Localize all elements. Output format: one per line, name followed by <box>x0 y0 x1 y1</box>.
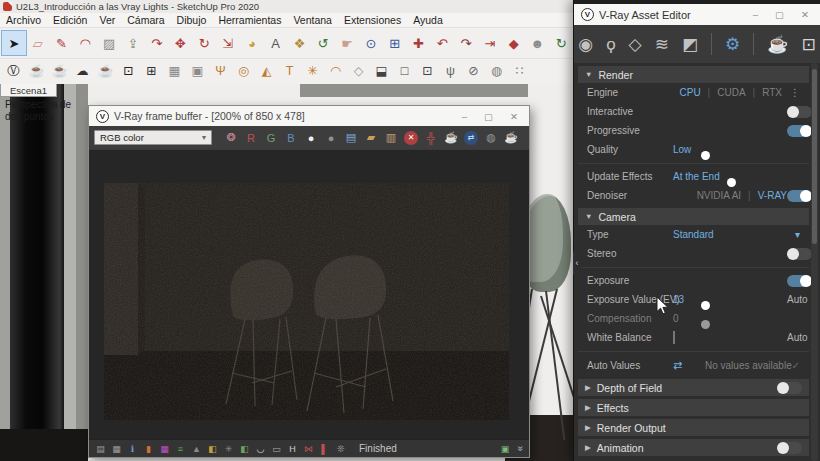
animation-toggle[interactable] <box>777 442 802 454</box>
section-render[interactable]: ▼ Render <box>578 66 809 83</box>
blue-channel-icon[interactable]: B <box>281 129 301 147</box>
vray-scatter-icon[interactable]: ∷ <box>508 61 531 82</box>
maximize-button[interactable]: ▢ <box>775 9 784 20</box>
vray-mesh-light-icon[interactable]: ◇ <box>347 61 370 82</box>
refresh-icon[interactable]: ⇄ <box>673 359 705 372</box>
section-camera[interactable]: ▼ Camera <box>578 208 809 225</box>
vfb-gradient-icon[interactable]: ▮ <box>142 442 155 455</box>
stamp-icon[interactable]: ◍ <box>481 129 501 147</box>
render-teapot-icon[interactable]: ☕ <box>767 36 788 53</box>
next-view-icon[interactable]: ↷ <box>454 31 478 55</box>
vfb-history-icon[interactable]: ▤ <box>94 442 107 455</box>
close-button[interactable]: ✕ <box>801 9 809 20</box>
vfb-info-icon[interactable]: ℹ <box>126 442 139 455</box>
orbit-tool-icon[interactable]: ↺ <box>311 31 335 55</box>
vray-gem-icon[interactable]: ◆ <box>502 31 526 55</box>
menu-ventana[interactable]: Ventana <box>287 14 338 26</box>
maximize-button[interactable]: ▢ <box>484 111 493 122</box>
section-depth-of-field[interactable]: ▶Depth of Field <box>578 379 809 396</box>
panel-collapse-handle[interactable]: ‹ <box>573 250 581 276</box>
zoom-tool-icon[interactable]: ⊙ <box>359 31 383 55</box>
option-v-ray[interactable]: V-RAY <box>758 190 787 201</box>
engine-menu-icon[interactable]: ⋮ <box>790 87 800 98</box>
load-image-icon[interactable]: ▰ <box>361 129 381 147</box>
alpha-channel-icon[interactable]: ● <box>321 129 341 147</box>
vray-proxy-export-icon[interactable]: ⊡ <box>416 61 439 82</box>
vray-infinite-plane-icon[interactable]: ⊘ <box>462 61 485 82</box>
apply-check-icon[interactable]: ✓ <box>792 360 800 371</box>
vray-omni-light-icon[interactable]: ✳ <box>301 61 324 82</box>
vray-batch-render-icon[interactable]: ⊞ <box>140 61 163 82</box>
vray-sphere-light-icon[interactable]: ◎ <box>232 61 255 82</box>
section-effects[interactable]: ▶Effects <box>578 399 809 416</box>
menu-c-mara[interactable]: Cámara <box>121 14 170 26</box>
textures-icon[interactable]: ≋ <box>655 36 669 53</box>
vray-render-cloud-icon[interactable]: ☁ <box>71 61 94 82</box>
vray-dome-light-icon[interactable]: ◠ <box>324 61 347 82</box>
vray-render-interactive-icon[interactable]: ☕ <box>48 61 71 82</box>
rotate-colored-icon[interactable]: ↻ <box>549 31 573 55</box>
scale-tool-icon[interactable]: ⇲ <box>216 31 240 55</box>
type-dropdown[interactable]: ▾ <box>795 229 800 240</box>
text-tool-icon[interactable]: A <box>264 31 288 55</box>
green-channel-icon[interactable]: G <box>261 129 281 147</box>
arc-tool-icon[interactable]: ◠ <box>73 31 97 55</box>
expand-panel-icon[interactable]: » <box>516 446 527 452</box>
vfb-levels-icon[interactable]: ≡ <box>174 442 187 455</box>
vray-frame-buffer-button-icon[interactable]: ⊡ <box>117 61 140 82</box>
rgb-channels-icon[interactable]: ❂ <box>221 129 241 147</box>
region-render-icon[interactable]: ╬ <box>421 129 441 147</box>
minimize-button[interactable]: – <box>753 9 758 20</box>
vray-plane-light-icon[interactable]: Ψ <box>209 61 232 82</box>
depth-of-field-toggle[interactable] <box>777 382 802 394</box>
white-channel-icon[interactable]: ● <box>301 129 321 147</box>
followme-tool-icon[interactable]: ↷ <box>145 31 169 55</box>
vray-section-icon[interactable]: ⬓ <box>370 61 393 82</box>
vfb-aperture-icon[interactable]: ✳ <box>222 442 235 455</box>
rectangle-tool-icon[interactable]: ▨ <box>97 31 121 55</box>
vray-asset-editor-icon[interactable]: Ⓥ <box>2 61 25 82</box>
preview-toggle-icon[interactable]: ▣ <box>498 442 511 455</box>
lights-icon[interactable]: ϙ <box>606 36 615 53</box>
vfb-bloom-icon[interactable]: ⋈ <box>302 442 315 455</box>
materials-icon[interactable]: ◉ <box>578 36 593 53</box>
menu-ver[interactable]: Ver <box>93 14 121 26</box>
asset-editor-titlebar[interactable]: V V-Ray Asset Editor – ▢ ✕ <box>574 4 820 25</box>
section-animation[interactable]: ▶Animation <box>578 439 809 456</box>
vray-proxy-cube-icon[interactable]: □ <box>393 61 416 82</box>
vfb-h-tool-icon[interactable]: H <box>286 442 299 455</box>
vfb-filmstrip-icon[interactable]: ▦ <box>110 442 123 455</box>
interactive-toggle[interactable] <box>787 106 812 118</box>
vfb-white-balance-icon[interactable]: ◧ <box>238 442 251 455</box>
line-tool-icon[interactable]: ✎ <box>50 31 74 55</box>
option-cuda[interactable]: CUDA <box>717 87 745 98</box>
option-cpu[interactable]: CPU <box>679 87 700 98</box>
signin-avatar-icon[interactable]: ☻ <box>526 31 550 55</box>
menu-archivo[interactable]: Archivo <box>0 14 47 26</box>
zoom-window-tool-icon[interactable]: ⊞ <box>383 31 407 55</box>
vfb-curve-icon[interactable]: ◡ <box>254 442 267 455</box>
vray-fur-icon[interactable]: ψ <box>439 61 462 82</box>
minimize-button[interactable]: – <box>462 111 467 122</box>
eraser-tool-icon[interactable]: ▱ <box>26 31 50 55</box>
zoom-extents-tool-icon[interactable]: ✚ <box>407 31 431 55</box>
close-button[interactable]: ✕ <box>510 111 518 122</box>
last-render-teapot-icon[interactable]: ☕ <box>501 129 521 147</box>
frame-buffer-icon[interactable]: ⊡ <box>801 36 815 53</box>
pushpull-tool-icon[interactable]: ⇪ <box>121 31 145 55</box>
menu-ayuda[interactable]: Ayuda <box>407 14 449 26</box>
move-tool-icon[interactable]: ✥ <box>169 31 193 55</box>
vray-clipper-icon[interactable]: ◍ <box>485 61 508 82</box>
menu-edici-n[interactable]: Edición <box>47 14 93 26</box>
option-nvidia-ai[interactable]: NVIDIA AI <box>697 190 741 201</box>
option-rtx[interactable]: RTX <box>762 87 782 98</box>
select-tool-icon[interactable]: ➤ <box>2 31 26 55</box>
frame-buffer-titlebar[interactable]: V V-Ray frame buffer - [200% of 850 x 47… <box>89 106 529 126</box>
pan-tool-icon[interactable]: ☛ <box>335 31 359 55</box>
save-image-icon[interactable]: ▤ <box>341 129 361 147</box>
white-balance-swatch[interactable] <box>673 331 675 344</box>
scrollbar-thumb[interactable] <box>812 69 817 244</box>
vfb-pixel-colors-icon[interactable]: ▦ <box>158 442 171 455</box>
export-button-icon[interactable]: ⇥ <box>478 31 502 55</box>
vray-spot-light-icon[interactable]: ◭ <box>255 61 278 82</box>
